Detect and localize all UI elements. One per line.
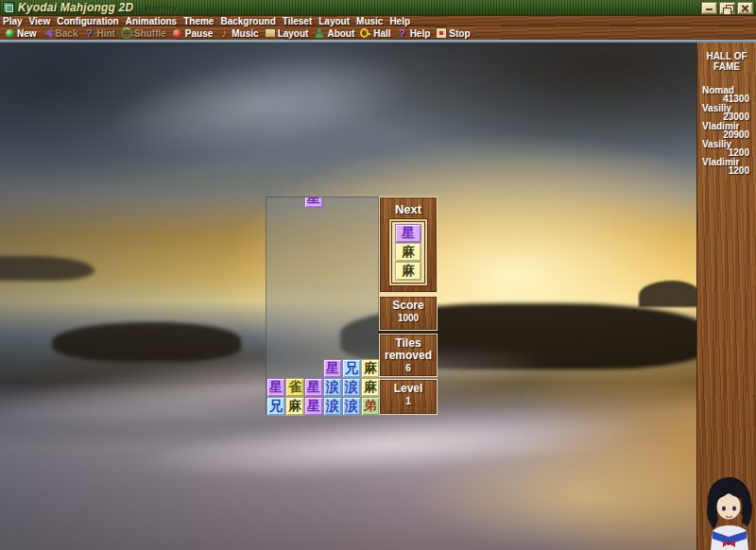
hall-of-fame-entry: Vasiliy23000	[697, 104, 756, 121]
tile-star: 星	[266, 378, 285, 397]
falling-tile: 星	[304, 198, 323, 209]
level-panel: Level 1	[379, 379, 438, 415]
level-value: 1	[380, 395, 437, 407]
app-window: Kyodai Mahjongg 2D - Hashira PlayViewCon…	[0, 0, 756, 550]
menu-item-view[interactable]: View	[29, 16, 51, 26]
tile-hemp: 麻	[395, 243, 421, 262]
playfield[interactable]: 星兄麻星雀星涙涙麻兄麻星涙涙弟星	[266, 197, 379, 415]
toolbar-label: Shuffle	[134, 28, 166, 39]
close-icon	[738, 3, 752, 13]
hall-icon	[360, 27, 371, 39]
toolbar-button-shuffle[interactable]: Shuffle	[121, 27, 166, 39]
menu-item-configuration[interactable]: Configuration	[57, 16, 119, 26]
toolbar-label: About	[327, 28, 354, 39]
level-label: Level	[380, 383, 437, 395]
menu-item-play[interactable]: Play	[3, 16, 23, 26]
hof-entries: Nomad41300Vasiliy23000Vladimir20900Vasil…	[697, 86, 756, 175]
hall-of-fame-entry: Vasiliy1200	[697, 140, 756, 157]
tile-tear: 涙	[342, 378, 361, 397]
toolbar-button-stop[interactable]: Stop	[436, 27, 470, 39]
menu-item-music[interactable]: Music	[356, 16, 383, 26]
hint-icon	[83, 27, 94, 39]
next-label: Next	[380, 202, 437, 216]
toolbar-label: Back	[56, 28, 78, 39]
minimize-icon	[702, 3, 716, 13]
hall-of-fame-entry: Nomad41300	[697, 86, 756, 103]
toolbar-button-back[interactable]: Back	[43, 27, 78, 39]
next-panel: Next 星麻麻	[379, 197, 438, 293]
hall-of-fame-panel: HALL OF FAME Nomad41300Vasiliy23000Vladi…	[696, 43, 756, 550]
toolbar-button-hall[interactable]: Hall	[360, 27, 390, 39]
minimize-button[interactable]	[701, 2, 717, 14]
toolbar-label: Pause	[185, 28, 213, 39]
menu-item-layout[interactable]: Layout	[318, 16, 350, 26]
tile-star: 星	[395, 224, 421, 243]
layout-icon	[265, 27, 276, 39]
hall-of-fame-entry: Vladimir1200	[697, 158, 756, 175]
tile-hemp: 麻	[395, 262, 421, 281]
tile-tear: 涙	[342, 397, 361, 416]
tile-sparrow: 雀	[285, 378, 304, 397]
restore-button[interactable]	[719, 2, 735, 14]
menu-item-animations[interactable]: Animations	[126, 16, 177, 26]
score-value: 1000	[380, 312, 437, 324]
menu-item-tileset[interactable]: Tileset	[283, 16, 313, 26]
menu-bar: PlayViewConfigurationAnimationsThemeBack…	[0, 15, 756, 26]
window-controls	[701, 2, 753, 14]
toolbar-label: Stop	[449, 28, 470, 39]
next-tile-frame: 星麻麻	[391, 221, 425, 284]
tile-hemp: 麻	[361, 359, 380, 378]
main-area: 星兄麻星雀星涙涙麻兄麻星涙涙弟星 Next 星麻麻 Score 1000 Til…	[0, 43, 756, 550]
tile-elder: 兄	[342, 359, 361, 378]
headland-silhouette	[0, 256, 94, 281]
score-label: Score	[380, 300, 437, 312]
toolbar-button-layout[interactable]: Layout	[265, 27, 309, 39]
hall-of-fame-title: HALL OF FAME	[697, 51, 756, 72]
toolbar-label: Music	[232, 28, 258, 39]
new-icon	[4, 27, 15, 39]
about-icon	[314, 27, 325, 39]
toolbar-button-new[interactable]: New	[4, 27, 37, 39]
tiles-removed-panel: Tiles removed 6	[379, 334, 438, 377]
island-silhouette	[639, 281, 699, 307]
tile-tear: 涙	[323, 378, 342, 397]
toolbar-button-help[interactable]: Help	[397, 27, 431, 39]
toolbar: NewBackHintShufflePauseMusicLayoutAboutH…	[0, 26, 756, 40]
tile-tear: 涙	[323, 397, 342, 416]
window-subtitle: - Hashira	[140, 4, 177, 13]
toolbar-label: Layout	[278, 28, 309, 39]
toolbar-label: Help	[410, 28, 431, 39]
menu-item-background[interactable]: Background	[220, 16, 275, 26]
tile-younger: 弟	[361, 397, 380, 416]
toolbar-button-pause[interactable]: Pause	[172, 27, 213, 39]
tiles-removed-label: Tiles removed	[380, 337, 437, 362]
close-button[interactable]	[737, 2, 753, 14]
toolbar-label: New	[17, 28, 37, 39]
rock-formation	[52, 322, 241, 362]
tile-star: 星	[304, 397, 323, 416]
tile-star: 星	[323, 359, 342, 378]
music-icon	[218, 27, 230, 39]
title-bar[interactable]: Kyodai Mahjongg 2D - Hashira	[0, 0, 756, 15]
toolbar-button-about[interactable]: About	[314, 27, 354, 39]
window-title: Kyodai Mahjongg 2D	[18, 1, 133, 14]
menu-item-help[interactable]: Help	[389, 16, 410, 26]
toolbar-label: Hall	[373, 28, 390, 39]
shuffle-icon	[121, 27, 132, 39]
player-score: 23000	[697, 112, 756, 121]
player-score: 1200	[697, 148, 756, 157]
stop-icon	[436, 27, 447, 39]
toolbar-button-music[interactable]: Music	[218, 27, 258, 39]
tile-elder: 兄	[266, 397, 285, 416]
back-icon	[43, 27, 54, 39]
tile-hemp: 麻	[285, 397, 304, 416]
restore-icon	[720, 3, 734, 13]
help-icon	[397, 27, 408, 39]
tile-star: 星	[304, 378, 323, 397]
score-panel: Score 1000	[379, 296, 438, 331]
tiles-removed-value: 6	[380, 362, 437, 374]
player-score: 1200	[697, 166, 756, 175]
toolbar-button-hint[interactable]: Hint	[83, 27, 114, 39]
app-icon	[3, 2, 14, 13]
menu-item-theme[interactable]: Theme	[183, 16, 214, 26]
